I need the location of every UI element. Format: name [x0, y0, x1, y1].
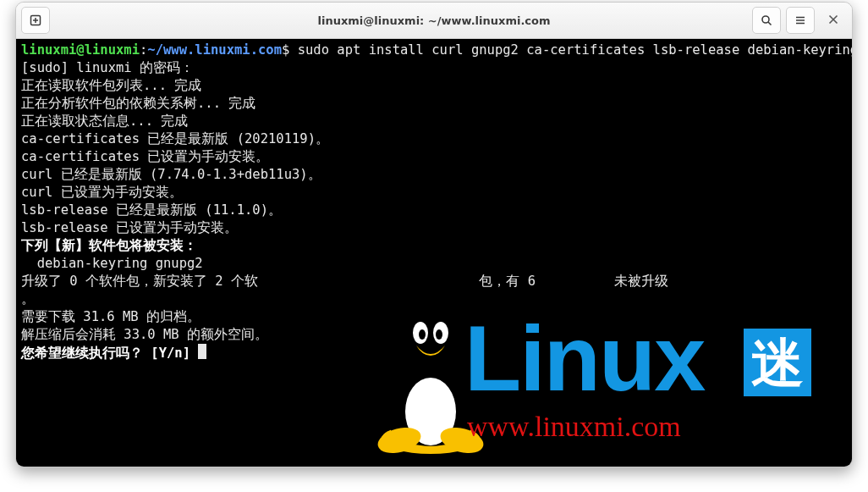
output-line: 包，有 6	[479, 274, 536, 289]
watermark-text: Linux	[464, 312, 704, 405]
output-line: 解压缩后会消耗 33.0 MB 的额外空间。	[21, 327, 268, 342]
output-line: 正在分析软件包的依赖关系树... 完成	[21, 96, 255, 111]
output-line: 正在读取软件包列表... 完成	[21, 78, 201, 93]
terminal-body[interactable]: linuxmi@linuxmi:~/www.linuxmi.com$ sudo …	[16, 39, 852, 467]
output-line: ca-certificates 已设置为手动安装。	[21, 149, 269, 164]
close-button[interactable]	[820, 7, 847, 32]
output-line: 正在读取状态信息... 完成	[21, 113, 188, 129]
svg-point-14	[433, 322, 448, 344]
svg-point-3	[762, 16, 769, 23]
output-line: lsb-release 已经是最新版 (11.1.0)。	[21, 202, 282, 218]
prompt-path: ~/www.linuxmi.com	[147, 42, 282, 58]
svg-point-16	[436, 329, 442, 340]
svg-point-17	[375, 423, 423, 458]
output-line: debian-keyring gnupg2	[21, 256, 203, 271]
svg-line-4	[768, 22, 772, 25]
watermark: Linux 迷 www.linuxmi.com	[367, 303, 852, 467]
terminal-window: linuxmi@linuxmi: ~/www.linuxmi.com	[15, 2, 853, 467]
output-line: 升级了 0 个软件包，新安装了 2 个软	[21, 274, 258, 289]
new-tab-button[interactable]	[21, 7, 50, 34]
titlebar: linuxmi@linuxmi: ~/www.linuxmi.com	[16, 3, 852, 39]
svg-point-18	[437, 423, 486, 458]
output-line: [sudo] linuxmi 的密码：	[21, 60, 194, 75]
svg-point-13	[413, 322, 428, 344]
watermark-badge: 迷	[744, 329, 811, 396]
prompt-symbol: $	[282, 42, 289, 58]
prompt-user: linuxmi@linuxmi	[21, 42, 140, 58]
svg-point-10	[382, 423, 480, 454]
output-line: 未被升级	[614, 274, 668, 289]
output-line: 。	[21, 291, 35, 307]
command-text: sudo apt install curl gnupg2 ca-certific…	[289, 42, 852, 58]
output-line: 需要下载 31.6 MB 的归档。	[21, 309, 201, 324]
output-line: ca-certificates 已经是最新版 (20210119)。	[21, 131, 329, 146]
menu-button[interactable]	[786, 7, 815, 34]
search-button[interactable]	[752, 7, 781, 34]
watermark-url: www.linuxmi.com	[467, 417, 681, 435]
output-prompt: 您希望继续执行吗？ [Y/n]	[21, 346, 198, 361]
output-line: curl 已设置为手动安装。	[21, 185, 183, 200]
tux-icon	[367, 303, 494, 460]
svg-point-11	[405, 378, 456, 445]
output-line: 下列【新】软件包将被安装：	[21, 238, 197, 253]
svg-point-12	[404, 307, 458, 368]
svg-point-15	[419, 329, 426, 340]
terminal-cursor	[198, 344, 206, 359]
output-line: curl 已经是最新版 (7.74.0-1.3+deb11u3)。	[21, 167, 321, 182]
output-line: lsb-release 已设置为手动安装。	[21, 220, 238, 235]
window-title: linuxmi@linuxmi: ~/www.linuxmi.com	[16, 14, 852, 27]
prompt-sep: :	[140, 42, 147, 58]
